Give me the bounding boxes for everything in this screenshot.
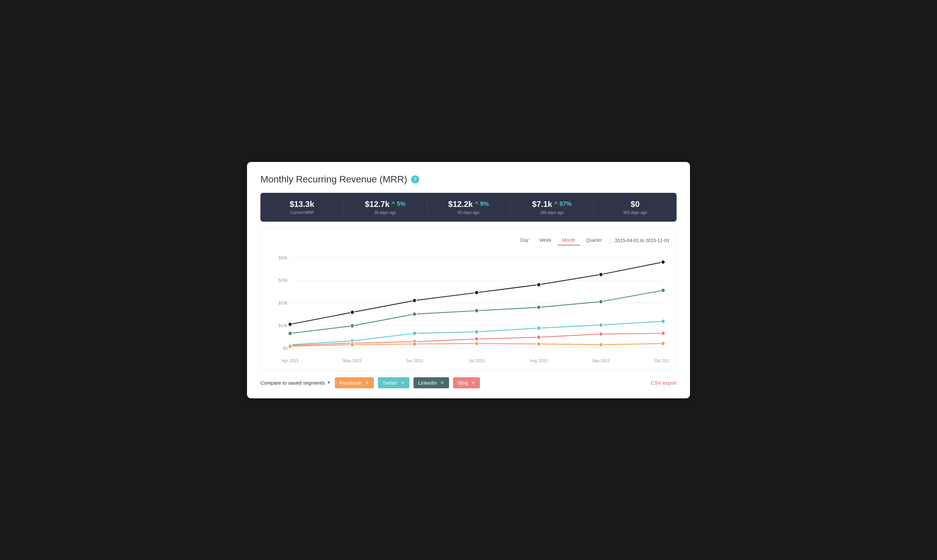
compare-arrow-icon: ▼ (327, 380, 331, 385)
segment-twitter-label: Twitter (383, 380, 397, 386)
main-card: Monthly Recurring Revenue (MRR) ? $13.3k… (247, 162, 690, 398)
remove-blog-button[interactable]: ✕ (471, 380, 475, 385)
svg-point-20 (474, 291, 479, 294)
stat-item: $12.7k ^ 5%30 days ago (344, 200, 427, 215)
stat-value: $7.1k ^ 87% (511, 200, 593, 209)
svg-text:Jun 2015: Jun 2015 (406, 358, 423, 363)
page-title: Monthly Recurring Revenue (MRR) (261, 174, 407, 185)
svg-text:$10k: $10k (279, 323, 288, 328)
svg-point-43 (599, 332, 603, 336)
segment-tag-linkedin: LinkedIn ✕ (414, 377, 449, 388)
chart-container: DayWeekMonthQuarter 2015-04-01 to 2015-1… (261, 228, 676, 371)
svg-point-17 (288, 322, 292, 326)
segment-tag-twitter: Twitter ✕ (378, 377, 409, 388)
svg-text:Jul 2015: Jul 2015 (468, 358, 484, 363)
segment-blog-label: Blog (458, 380, 468, 386)
stat-item: $0365 days ago (594, 200, 676, 215)
svg-point-49 (537, 342, 541, 346)
stat-change: ^ 5% (392, 200, 406, 208)
stat-change: ^ 9% (475, 200, 489, 208)
csv-export-button[interactable]: CSV export (651, 380, 676, 386)
chart-area: $0$10k$20k$30k$40kApr 2015May 2015Jun 20… (267, 251, 670, 365)
stat-value: $12.2k ^ 9% (427, 200, 510, 209)
svg-text:$40k: $40k (279, 255, 288, 260)
stat-item: $12.2k ^ 9%60 days ago (427, 200, 510, 215)
svg-point-41 (474, 337, 479, 341)
chart-controls: DayWeekMonthQuarter 2015-04-01 to 2015-1… (267, 235, 670, 245)
stat-label: 365 days ago (594, 210, 676, 215)
remove-twitter-button[interactable]: ✕ (401, 380, 405, 385)
svg-point-25 (350, 324, 354, 328)
period-tabs: DayWeekMonthQuarter (516, 235, 607, 245)
period-tab-day[interactable]: Day (516, 235, 533, 245)
svg-point-36 (599, 323, 603, 327)
stat-item: $7.1k ^ 87%180 days ago (511, 200, 594, 215)
bottom-bar: Compare to saved segments ▼ Facebook ✕ T… (261, 377, 676, 388)
date-range: 2015-04-01 to 2015-11-01 (615, 238, 670, 243)
svg-point-46 (350, 342, 354, 346)
segment-tag-facebook: Facebook ✕ (335, 377, 374, 388)
svg-point-29 (599, 300, 603, 303)
period-tab-month[interactable]: Month (557, 235, 580, 245)
help-icon[interactable]: ? (411, 175, 419, 183)
segment-linkedin-label: LinkedIn (418, 380, 437, 386)
svg-point-33 (412, 331, 417, 335)
svg-point-48 (474, 342, 479, 345)
compare-label: Compare to saved segments (261, 380, 325, 386)
svg-text:Aug 2015: Aug 2015 (529, 358, 548, 363)
chart-svg: $0$10k$20k$30k$40kApr 2015May 2015Jun 20… (267, 251, 670, 365)
svg-point-47 (412, 342, 417, 346)
stat-item: $13.3kCurrent MRR (261, 200, 344, 215)
svg-point-28 (537, 305, 541, 309)
stat-label: Current MRR (261, 210, 343, 215)
svg-point-35 (537, 326, 541, 330)
svg-point-23 (661, 260, 665, 264)
segment-facebook-label: Facebook (340, 380, 362, 386)
period-divider (610, 237, 611, 244)
svg-point-19 (412, 298, 417, 303)
stat-label: 60 days ago (427, 210, 510, 215)
remove-linkedin-button[interactable]: ✕ (440, 380, 445, 385)
svg-point-24 (288, 331, 292, 335)
stat-change: ^ 87% (554, 200, 571, 208)
stat-value: $0 (594, 200, 676, 209)
svg-text:$20k: $20k (279, 300, 288, 305)
svg-point-30 (661, 288, 665, 292)
svg-point-44 (661, 331, 665, 335)
svg-point-50 (599, 342, 603, 346)
page-title-area: Monthly Recurring Revenue (MRR) ? (261, 174, 676, 185)
svg-point-26 (412, 312, 417, 316)
svg-text:Sep 2015: Sep 2015 (592, 358, 610, 363)
svg-point-51 (661, 342, 665, 345)
segment-tag-blog: Blog ✕ (453, 377, 480, 388)
svg-point-18 (350, 310, 354, 314)
svg-text:$0: $0 (283, 345, 288, 351)
svg-text:May 2015: May 2015 (343, 358, 361, 363)
svg-point-22 (599, 272, 603, 276)
svg-point-45 (288, 344, 292, 348)
svg-text:Apr 2015: Apr 2015 (282, 358, 299, 363)
stat-value: $12.7k ^ 5% (344, 200, 426, 209)
svg-point-37 (661, 319, 665, 323)
svg-point-21 (537, 283, 541, 287)
stat-value: $13.3k (261, 200, 343, 209)
compare-button[interactable]: Compare to saved segments ▼ (261, 380, 331, 386)
svg-text:$30k: $30k (279, 278, 288, 283)
stat-label: 180 days ago (511, 210, 593, 215)
svg-point-27 (474, 309, 479, 312)
period-tab-quarter[interactable]: Quarter (581, 235, 607, 245)
period-tab-week[interactable]: Week (535, 235, 556, 245)
svg-text:Oct 2015: Oct 2015 (655, 358, 670, 363)
stat-label: 30 days ago (344, 210, 426, 215)
svg-point-34 (474, 330, 479, 334)
stats-bar: $13.3kCurrent MRR$12.7k ^ 5%30 days ago$… (261, 193, 676, 222)
svg-point-42 (537, 335, 541, 339)
remove-facebook-button[interactable]: ✕ (365, 380, 369, 385)
